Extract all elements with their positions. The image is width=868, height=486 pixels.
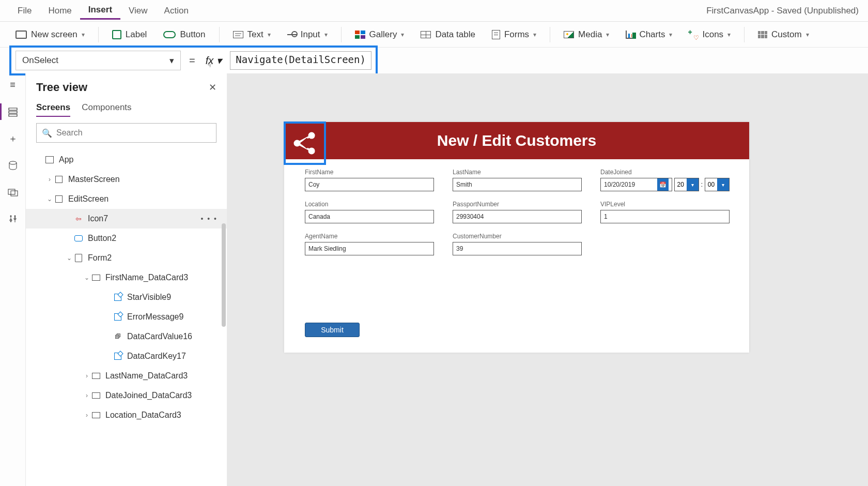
tree-icon7[interactable]: ⇦Icon7• • • [26,209,227,229]
input-firstname[interactable] [305,178,434,191]
tree-firstname-card[interactable]: ⌄FirstName_DataCard3 [26,268,227,287]
field-customernumber: CustomerNumber [453,233,582,255]
menu-view[interactable]: View [120,3,156,19]
tree-location-card[interactable]: ›Location_DataCard3 [26,405,227,425]
svg-rect-2 [11,191,18,196]
label-lastname: LastName [453,169,582,176]
data-table-button[interactable]: Data table [414,26,482,43]
menu-file[interactable]: File [9,3,40,19]
form: FirstName LastName DateJoined 10/20/2019… [284,159,749,323]
chevron-down-icon: ▾ [606,31,609,38]
edit-screen-canvas[interactable]: New / Edit Customers FirstName LastName … [284,122,749,353]
charts-icon [626,31,635,39]
tree-app[interactable]: App [26,150,227,170]
share-back-icon [290,129,319,158]
submit-button[interactable]: Submit [305,323,360,337]
label-button[interactable]: Label [106,26,153,43]
search-icon: 🔍 [42,128,52,138]
formula-input[interactable]: Navigate(DetailScreen) [230,51,371,70]
chevron-down-icon: ▾ [216,54,222,67]
minute-dropdown[interactable]: 00▾ [705,178,730,191]
property-dropdown[interactable]: OnSelect ▾ [16,51,181,70]
custom-icon [758,31,767,38]
tree-edit-screen[interactable]: ⌄EditScreen [26,189,227,209]
label-location: Location [305,201,434,208]
charts-button[interactable]: Charts▾ [619,26,678,43]
field-vip: VIPLevel [600,201,730,223]
input-vip[interactable] [600,210,730,223]
chevron-down-icon: ▾ [669,31,672,38]
text-icon [233,31,243,38]
tree-form2[interactable]: ⌄Form2 [26,248,227,268]
formula-bar: OnSelect ▾ = fx▾ ☟ Navigate(DetailScreen… [0,48,868,73]
input-agent[interactable] [305,242,434,255]
tree-search[interactable]: 🔍 [36,123,216,143]
button-button[interactable]: Button [157,26,211,43]
rail-media[interactable] [7,186,19,199]
tab-components[interactable]: Components [82,99,131,117]
chevron-down-icon: ▾ [268,31,271,38]
custom-button[interactable]: Custom▾ [752,26,815,43]
chevron-down-icon: ▾ [401,31,404,38]
button-icon [163,31,176,38]
svg-point-0 [9,161,17,164]
datepicker[interactable]: 10/20/2019📅 [600,178,672,191]
input-customernumber[interactable] [453,242,582,255]
menu-home[interactable]: Home [40,3,80,19]
tree-button2[interactable]: Button2 [26,229,227,248]
gallery-button[interactable]: Gallery▾ [349,26,411,43]
tab-screens[interactable]: Screens [36,99,70,117]
text-button[interactable]: Text▾ [227,26,277,43]
new-screen-button[interactable]: New screen▾ [9,26,91,43]
forms-button[interactable]: Forms▾ [486,26,542,43]
chevron-down-icon: ▾ [533,31,536,38]
tree-datejoined-card[interactable]: ›DateJoined_DataCard3 [26,386,227,405]
icons-button[interactable]: Icons▾ [683,26,737,43]
field-datejoined: DateJoined 10/20/2019📅 20▾ : 00▾ [600,169,730,191]
menu-insert[interactable]: Insert [80,2,120,20]
equals-symbol: = [187,55,197,67]
input-button[interactable]: Input▾ [281,26,334,43]
scrollbar-thumb[interactable] [222,223,226,327]
tree-master-screen[interactable]: ›MasterScreen [26,170,227,189]
left-rail: ≡ ＋ [0,73,26,486]
icon7-selected[interactable] [284,122,326,165]
search-input[interactable] [56,128,211,138]
tree-starvisible[interactable]: StarVisible9 [26,287,227,307]
fx-button[interactable]: fx▾ ☟ [204,54,224,67]
menubar: File Home Insert View Action FirstCanvas… [0,0,868,22]
hour-dropdown[interactable]: 20▾ [674,178,699,191]
formula-highlight: OnSelect ▾ = fx▾ ☟ Navigate(DetailScreen… [9,45,378,75]
rail-data[interactable] [7,159,19,172]
tree-list: App ›MasterScreen ⌄EditScreen ⇦Icon7• • … [26,149,227,486]
label-customernumber: CustomerNumber [453,233,582,240]
tree-datacardkey[interactable]: DataCardKey17 [26,346,227,366]
table-icon [421,31,431,38]
icons-icon [689,30,698,39]
chevron-down-icon: ▾ [717,178,729,191]
close-icon[interactable]: ✕ [209,82,216,93]
screen-icon [16,31,27,39]
rail-advanced[interactable] [7,213,19,225]
ribbon: New screen▾ Label Button Text▾ Input▾ Ga… [0,22,868,48]
rail-tree-view[interactable] [7,105,19,118]
gallery-icon [355,31,365,39]
tree-errormessage[interactable]: ErrorMessage9 [26,307,227,327]
share-icon: ⇦ [73,215,84,223]
input-lastname[interactable] [453,178,582,191]
menu-action[interactable]: Action [156,3,197,19]
rail-insert[interactable]: ＋ [7,132,19,145]
tree-lastname-card[interactable]: ›LastName_DataCard3 [26,366,227,386]
more-icon[interactable]: • • • [201,215,218,223]
tree-datacardvalue[interactable]: 🗊DataCardValue16 [26,327,227,346]
label-datejoined: DateJoined [600,169,730,176]
calendar-icon: 📅 [657,178,669,191]
media-button[interactable]: Media▾ [557,26,615,43]
tree-panel: Tree view ✕ Screens Components 🔍 App ›Ma… [26,73,227,486]
textbox-icon: 🗊 [113,333,123,340]
input-passport[interactable] [453,210,582,223]
input-location[interactable] [305,210,434,223]
rail-hamburger[interactable]: ≡ [7,79,19,91]
input-icon [287,32,297,37]
canvas-area: New / Edit Customers FirstName LastName … [227,73,868,486]
